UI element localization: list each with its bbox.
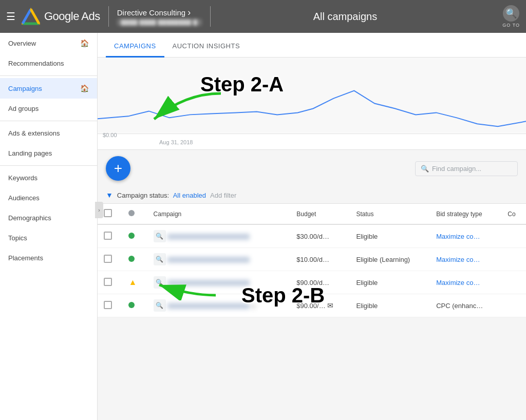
- row2-extra: [501, 248, 526, 271]
- row4-extra: [501, 294, 526, 317]
- row2-campaign-name[interactable]: [167, 257, 250, 263]
- go-to-button[interactable]: 🔍 GO TO: [502, 5, 520, 28]
- row4-campaign-name[interactable]: [167, 303, 250, 309]
- row2-checkbox[interactable]: [104, 255, 112, 263]
- chart-svg: [98, 58, 526, 149]
- row4-campaign-suffix: g -: [252, 301, 259, 309]
- svg-rect-5: [98, 58, 526, 133]
- table-row: ▲ 🔍 $90.00/d… Eligible Maximize co…: [98, 271, 526, 294]
- row3-paused-icon: ▲: [128, 278, 137, 287]
- row1-status: Eligible: [350, 224, 430, 248]
- sidebar-item-keywords[interactable]: Keywords: [0, 168, 97, 188]
- sidebar-item-audiences[interactable]: Audiences: [0, 188, 97, 208]
- main-layout: Overview 🏠 Recommendations Campaigns 🏠 A…: [0, 33, 526, 420]
- campaigns-table: Campaign Budget Status Bid strategy type…: [98, 204, 526, 317]
- row1-extra: [501, 224, 526, 248]
- table-row: 🔍 $30.00/d… Eligible Maximize co…: [98, 224, 526, 248]
- sidebar-divider-3: [0, 165, 97, 166]
- sidebar: Overview 🏠 Recommendations Campaigns 🏠 A…: [0, 33, 98, 420]
- row1-campaign-name[interactable]: [167, 234, 250, 240]
- col-campaign[interactable]: Campaign: [147, 204, 291, 224]
- row3-budget: $90.00/d…: [290, 271, 350, 294]
- filter-bar: ▼ Campaign status: All enabled Add filte…: [98, 187, 526, 204]
- action-bar: + 🔍 Find campaign...: [98, 150, 526, 187]
- header-divider-1: [108, 6, 109, 27]
- sidebar-divider-2: [0, 121, 97, 121]
- svg-line-3: [23, 9, 31, 24]
- search-campaigns-box[interactable]: 🔍 Find campaign...: [415, 161, 518, 176]
- row2-campaign-icon[interactable]: 🔍: [154, 253, 166, 265]
- row2-bid-strategy[interactable]: Maximize co…: [436, 256, 480, 263]
- header-checkbox[interactable]: [104, 209, 112, 217]
- row4-status-dot: [128, 302, 135, 308]
- sidebar-item-overview[interactable]: Overview 🏠: [0, 33, 97, 53]
- col-budget[interactable]: Budget: [290, 204, 350, 224]
- sidebar-item-placements[interactable]: Placements: [0, 248, 97, 268]
- table-header-row: Campaign Budget Status Bid strategy type…: [98, 204, 526, 224]
- col-extra: Co: [501, 204, 526, 224]
- search-icon: 🔍: [503, 5, 519, 22]
- home-icon: 🏠: [80, 39, 89, 47]
- search-placeholder: Find campaign...: [432, 165, 481, 173]
- sidebar-item-ads-extensions[interactable]: Ads & extensions: [0, 123, 97, 143]
- sidebar-item-campaigns[interactable]: Campaigns 🏠: [0, 78, 97, 99]
- content-area: CAMPAIGNS AUCTION INSIGHTS $400.00 $0.00…: [98, 33, 526, 420]
- google-ads-logo-icon: [22, 7, 40, 26]
- row1-bid-strategy[interactable]: Maximize co…: [436, 233, 480, 240]
- col-bid-strategy[interactable]: Bid strategy type: [430, 204, 501, 224]
- col-status[interactable]: Status: [350, 204, 430, 224]
- directive-sub: ████ ████ ████████ █: [117, 19, 202, 26]
- row1-budget: $30.00/d…: [290, 224, 350, 248]
- go-to-label: GO TO: [502, 23, 520, 28]
- row3-checkbox[interactable]: [104, 278, 112, 286]
- row2-campaign: 🔍: [147, 248, 291, 271]
- tabs-bar: CAMPAIGNS AUCTION INSIGHTS: [98, 33, 526, 58]
- row4-bid-strategy: CPC (enhanc…: [430, 294, 501, 317]
- google-ads-logo: Google Ads: [22, 7, 100, 26]
- filter-highlight[interactable]: All enabled: [173, 192, 206, 199]
- app-title: Google Ads: [44, 10, 100, 23]
- hamburger-icon[interactable]: ☰: [6, 10, 15, 23]
- row2-budget: $10.00/d…: [290, 248, 350, 271]
- svg-line-4: [31, 9, 39, 24]
- status-dot-header: [128, 210, 135, 216]
- row3-campaign: 🔍: [147, 271, 291, 294]
- row2-status: Eligible (Learning): [350, 248, 430, 271]
- search-icon-campaigns: 🔍: [421, 165, 429, 173]
- row4-checkbox[interactable]: [104, 301, 112, 309]
- col-status-dot: [122, 204, 147, 224]
- table-area: Campaign Budget Status Bid strategy type…: [98, 204, 526, 317]
- sidebar-collapse-btn[interactable]: ›: [95, 202, 103, 218]
- sidebar-item-topics[interactable]: Topics: [0, 228, 97, 248]
- sidebar-item-ad-groups[interactable]: Ad groups: [0, 99, 97, 119]
- chart-area: $400.00 $0.00 Aug 31, 2018: [98, 58, 526, 150]
- table-row: 🔍 g - $90.00/… ✉ Eligible CPC (enhanc…: [98, 294, 526, 317]
- row3-campaign-name[interactable]: [167, 280, 250, 286]
- row3-status: Eligible: [350, 271, 430, 294]
- sidebar-item-landing-pages[interactable]: Landing pages: [0, 143, 97, 163]
- add-campaign-button[interactable]: +: [106, 156, 130, 181]
- row1-campaign: 🔍: [147, 224, 291, 248]
- sidebar-divider-1: [0, 75, 97, 76]
- row4-campaign: 🔍 g -: [147, 294, 291, 317]
- row2-status-dot: [128, 256, 135, 262]
- tab-campaigns[interactable]: CAMPAIGNS: [106, 36, 164, 58]
- row4-status: Eligible: [350, 294, 430, 317]
- row4-campaign-icon[interactable]: 🔍: [154, 299, 166, 312]
- row1-checkbox[interactable]: [104, 232, 112, 240]
- row4-budget: $90.00/… ✉: [290, 294, 350, 317]
- add-filter-btn[interactable]: Add filter: [210, 192, 236, 199]
- content-wrapper: $400.00 $0.00 Aug 31, 2018 Step 2-A: [98, 58, 526, 317]
- tab-auction-insights[interactable]: AUCTION INSIGHTS: [164, 36, 249, 58]
- filter-icon: ▼: [106, 191, 113, 199]
- sidebar-item-demographics[interactable]: Demographics: [0, 208, 97, 228]
- row3-extra: [501, 271, 526, 294]
- row3-campaign-icon[interactable]: 🔍: [154, 276, 166, 289]
- row1-campaign-icon[interactable]: 🔍: [154, 230, 166, 242]
- home-icon-campaigns: 🏠: [80, 84, 89, 92]
- sidebar-item-recommendations[interactable]: Recommendations: [0, 53, 97, 73]
- page-title: All campaigns: [188, 11, 503, 23]
- top-header: ☰ Google Ads Directive Consulting › ████…: [0, 0, 526, 33]
- row3-bid-strategy[interactable]: Maximize co…: [436, 279, 480, 287]
- row1-status-dot: [128, 233, 135, 239]
